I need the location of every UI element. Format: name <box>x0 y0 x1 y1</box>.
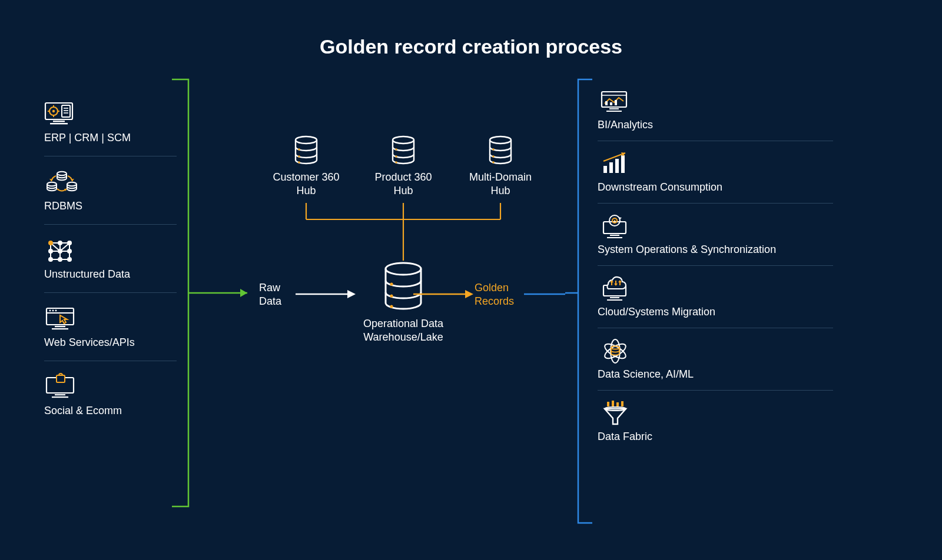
sources-column: ERP | CRM | SCM RDBMS <box>44 100 177 441</box>
consumer-label: Data Science, AI/ML <box>598 368 833 381</box>
svg-point-69 <box>393 136 414 144</box>
consumer-bi-analytics: BI/Analytics <box>598 88 833 141</box>
svg-rect-84 <box>610 102 612 105</box>
diagram-title: Golden record creation process <box>0 35 942 58</box>
svg-marker-51 <box>240 289 247 297</box>
svg-rect-85 <box>615 100 617 105</box>
text: Golden Records <box>475 282 514 307</box>
svg-rect-87 <box>609 162 613 173</box>
svg-rect-9 <box>62 105 70 117</box>
svg-point-75 <box>492 155 495 158</box>
hub-connector <box>262 202 545 266</box>
golden-records-label: Golden Records <box>475 281 514 308</box>
chart-monitor-icon <box>598 88 633 115</box>
hubs-row: Customer 360 Hub Product 360 Hub Multi-D… <box>262 135 545 197</box>
browser-pointer-icon <box>44 305 79 332</box>
svg-rect-115 <box>621 401 623 406</box>
arrow-raw-to-odw <box>294 288 359 300</box>
svg-point-56 <box>390 294 393 297</box>
consumer-data-fabric: Data Fabric <box>598 400 833 452</box>
svg-point-36 <box>48 257 53 262</box>
svg-point-42 <box>52 310 54 312</box>
cloud-arrows-icon <box>598 275 633 302</box>
svg-point-15 <box>67 182 77 186</box>
odw-label: Operational Data Warehouse/Lake <box>350 317 456 345</box>
svg-rect-2 <box>50 123 68 124</box>
svg-rect-49 <box>57 375 65 382</box>
svg-point-76 <box>492 161 495 164</box>
svg-point-68 <box>298 161 300 164</box>
svg-marker-96 <box>618 217 622 219</box>
svg-rect-81 <box>609 108 619 109</box>
arrow-odw-to-golden <box>412 288 477 300</box>
svg-point-33 <box>48 249 53 254</box>
database-large-icon <box>380 262 427 311</box>
svg-rect-114 <box>616 402 619 406</box>
svg-rect-89 <box>621 155 625 173</box>
svg-marker-59 <box>465 290 473 298</box>
svg-point-55 <box>390 282 393 285</box>
svg-point-43 <box>55 310 57 312</box>
odw-block: Operational Data Warehouse/Lake <box>350 262 456 345</box>
consumers-column: BI/Analytics Downstream Consumption <box>598 88 833 462</box>
source-label: ERP | CRM | SCM <box>44 132 177 144</box>
db-cluster-icon <box>44 168 79 195</box>
svg-point-13 <box>57 172 67 175</box>
svg-point-98 <box>614 220 616 222</box>
source-label: Web Services/APIs <box>44 336 177 349</box>
svg-rect-100 <box>610 297 619 298</box>
svg-point-71 <box>395 155 397 158</box>
source-rdbms: RDBMS <box>44 168 177 225</box>
svg-rect-44 <box>55 326 65 327</box>
atom-db-icon <box>598 338 633 365</box>
hub-label: Product 360 Hub <box>359 171 447 197</box>
svg-rect-93 <box>610 235 619 236</box>
svg-rect-86 <box>603 166 607 173</box>
svg-rect-82 <box>606 111 622 112</box>
svg-point-32 <box>67 241 72 245</box>
svg-point-38 <box>67 257 72 262</box>
svg-point-67 <box>298 155 300 158</box>
consumer-sys-ops-sync: System Operations & Synchronization <box>598 213 833 266</box>
svg-point-35 <box>67 249 72 254</box>
svg-rect-112 <box>607 402 609 406</box>
bars-trend-icon <box>598 151 633 178</box>
svg-rect-48 <box>52 396 68 398</box>
svg-point-72 <box>395 161 397 164</box>
svg-rect-83 <box>605 101 608 105</box>
bag-monitor-icon <box>44 373 79 400</box>
consumer-label: System Operations & Synchronization <box>598 244 833 256</box>
source-label: Unstructured Data <box>44 268 177 281</box>
nodes-icon <box>44 236 79 264</box>
refresh-gear-icon <box>598 213 633 240</box>
right-bracket <box>565 78 595 524</box>
svg-rect-101 <box>607 299 622 301</box>
funnel-icon <box>598 400 633 427</box>
hub-customer-360: Customer 360 Hub <box>262 135 350 197</box>
svg-point-41 <box>49 310 51 312</box>
left-bracket <box>171 78 259 508</box>
consumer-label: BI/Analytics <box>598 119 833 131</box>
database-small-icon <box>486 135 515 166</box>
svg-point-31 <box>58 241 62 245</box>
source-label: Social & Ecomm <box>44 405 177 417</box>
hub-label: Multi-Domain Hub <box>456 171 545 197</box>
svg-rect-113 <box>612 401 614 406</box>
consumer-label: Downstream Consumption <box>598 181 833 194</box>
consumer-label: Cloud/Systems Migration <box>598 306 833 318</box>
hub-label: Customer 360 Hub <box>262 171 350 197</box>
source-label: RDBMS <box>44 200 177 212</box>
svg-rect-88 <box>615 159 619 173</box>
consumer-downstream: Downstream Consumption <box>598 151 833 204</box>
database-small-icon <box>291 135 321 166</box>
svg-point-34 <box>58 249 62 254</box>
text: Raw Data <box>259 282 281 307</box>
svg-point-4 <box>52 110 55 112</box>
source-web-apis: Web Services/APIs <box>44 305 177 361</box>
source-unstructured: Unstructured Data <box>44 236 177 293</box>
svg-point-57 <box>390 305 393 308</box>
hub-product-360: Product 360 Hub <box>359 135 447 197</box>
database-small-icon <box>389 135 418 166</box>
source-erp-crm-scm: ERP | CRM | SCM <box>44 100 177 156</box>
raw-data-label: Raw Data <box>259 281 281 308</box>
